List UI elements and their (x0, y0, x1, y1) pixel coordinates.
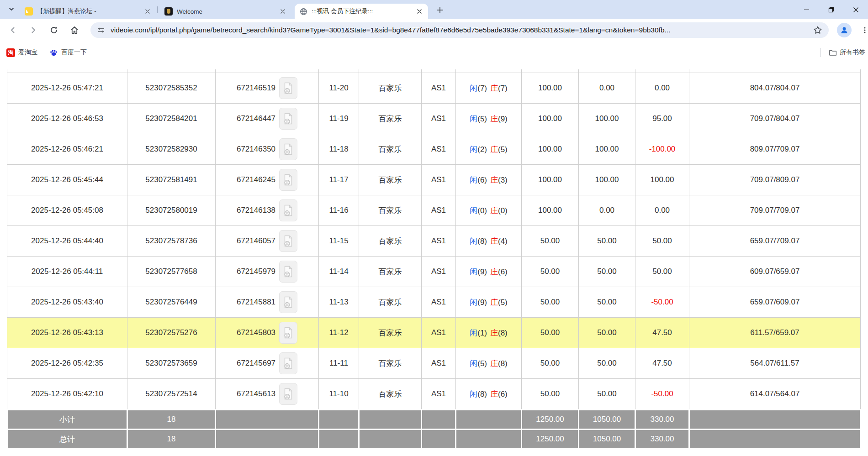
cell-bet-amount: 100.00 (522, 134, 579, 165)
bet-row[interactable]: 2025-12-26 05:44:40 523072578736 6721460… (7, 226, 861, 257)
player-label: 闲 (470, 145, 477, 154)
cell-game-type: 百家乐 (359, 73, 422, 104)
video-replay-icon[interactable] (279, 322, 297, 344)
close-icon[interactable] (415, 7, 423, 16)
new-tab-button[interactable] (434, 5, 446, 16)
reload-button[interactable] (46, 22, 62, 38)
bet-row[interactable]: 2025-12-26 05:46:53 523072584201 6721464… (7, 104, 861, 134)
bet-row[interactable]: 2025-12-26 05:46:21 523072582930 6721463… (7, 134, 861, 165)
bet-row[interactable]: 2025-12-26 05:45:08 523072580019 6721461… (7, 195, 861, 226)
cell-valid-amount: 100.00 (579, 165, 635, 195)
cell-bet-content: 闲(6)庄(3) (456, 165, 522, 195)
video-replay-icon[interactable] (279, 77, 297, 99)
tab-bet-record-active[interactable]: :::视讯 会员下注纪录::: (295, 4, 428, 19)
cell-table-code: AS1 (422, 379, 456, 410)
cell-balance: 659.07/709.07 (689, 226, 861, 257)
cell-win-loss: 100.00 (635, 165, 689, 195)
summary-winloss-total: 330.00 (635, 430, 689, 449)
cell-bet-content: 闲(0)庄(0) (456, 195, 522, 226)
tab-forum[interactable]: 【新提醒】海燕论坛 - (20, 4, 156, 19)
back-button[interactable] (5, 22, 21, 38)
close-icon[interactable] (279, 7, 287, 16)
banker-label: 庄 (490, 206, 498, 215)
video-replay-icon[interactable] (279, 138, 297, 160)
tab-title: Welcome (177, 8, 275, 15)
cell-game-type: 百家乐 (359, 226, 422, 257)
cell-bet-time: 2025-12-26 05:43:13 (7, 318, 127, 348)
bookmarks-right: 所有书签 (820, 45, 865, 60)
site-info-icon[interactable] (96, 25, 106, 35)
close-window-button[interactable] (843, 0, 868, 19)
clipped-header-row (7, 69, 861, 73)
taobao-icon: 淘 (6, 48, 15, 57)
cell-game-number: 672146447 (216, 104, 319, 134)
cell-game-number: 672145979 (216, 257, 319, 287)
bet-table-body: 2025-12-26 05:47:21 523072585352 6721465… (7, 69, 861, 449)
game-number-text: 672146138 (237, 206, 275, 215)
bet-row[interactable]: 2025-12-26 05:42:35 523072573659 6721456… (7, 348, 861, 379)
summary-count: 18 (127, 430, 216, 449)
bookmark-taobao[interactable]: 淘 爱淘宝 (6, 45, 37, 60)
cell-table-code: AS1 (422, 348, 456, 379)
cell-bet-time: 2025-12-26 05:46:21 (7, 134, 127, 165)
video-replay-icon[interactable] (279, 108, 297, 130)
banker-points: (6) (498, 390, 508, 398)
cell-balance: 611.57/659.07 (689, 318, 861, 348)
all-bookmarks-button[interactable]: 所有书签 (829, 48, 865, 57)
cell-bet-time: 2025-12-26 05:44:11 (7, 257, 127, 287)
address-bar[interactable]: videoie.com/ipl/portal.php/game/betrecor… (90, 22, 829, 38)
banker-label: 庄 (490, 359, 498, 368)
summary-bet-total: 1250.00 (522, 430, 579, 449)
bet-row[interactable]: 2025-12-26 05:47:21 523072585352 6721465… (7, 73, 861, 104)
bookmarks-bar: 淘 爱淘宝 百度一下 所有书签 (0, 41, 868, 64)
player-points: (8) (477, 390, 487, 398)
badge-icon (164, 7, 173, 16)
video-replay-icon[interactable] (279, 169, 297, 191)
video-replay-icon[interactable] (279, 261, 297, 283)
video-replay-icon[interactable] (279, 199, 297, 221)
bookmark-star-icon[interactable] (812, 25, 823, 36)
bet-row[interactable]: 2025-12-26 05:44:11 523072577658 6721459… (7, 257, 861, 287)
restore-button[interactable] (819, 0, 843, 19)
cell-table-code: AS1 (422, 104, 456, 134)
bet-row[interactable]: 2025-12-26 05:43:13 523072575276 6721458… (7, 318, 861, 348)
cell-order-number: 523072585352 (127, 73, 216, 104)
tab-welcome[interactable]: Welcome (160, 4, 291, 19)
cell-bet-amount: 100.00 (522, 73, 579, 104)
player-label: 闲 (470, 237, 477, 246)
forward-button[interactable] (26, 22, 41, 38)
tab-search-button[interactable] (5, 5, 17, 16)
bet-row[interactable]: 2025-12-26 05:42:10 523072572514 6721456… (7, 379, 861, 410)
video-replay-icon[interactable] (279, 291, 297, 313)
bet-row[interactable]: 2025-12-26 05:45:44 523072581491 6721462… (7, 165, 861, 195)
cell-bet-time: 2025-12-26 05:42:35 (7, 348, 127, 379)
cell-bet-content: 闲(9)庄(5) (456, 287, 522, 318)
game-number-text: 672146350 (237, 145, 275, 154)
minimize-button[interactable] (794, 0, 819, 19)
url-text[interactable]: videoie.com/ipl/portal.php/game/betrecor… (111, 26, 812, 34)
cell-order-number: 523072582930 (127, 134, 216, 165)
cell-bet-content: 闲(8)庄(6) (456, 379, 522, 410)
video-replay-icon[interactable] (279, 352, 297, 374)
cell-order-number: 523072577658 (127, 257, 216, 287)
player-points: (5) (477, 359, 487, 368)
cell-valid-amount: 50.00 (579, 379, 635, 410)
banker-label: 庄 (490, 115, 498, 123)
home-button[interactable] (67, 22, 82, 38)
profile-avatar[interactable] (837, 23, 852, 37)
cell-order-number: 523072580019 (127, 195, 216, 226)
bet-row[interactable]: 2025-12-26 05:43:40 523072576449 6721458… (7, 287, 861, 318)
cell-table-code: AS1 (422, 195, 456, 226)
video-replay-icon[interactable] (279, 230, 297, 252)
banker-label: 庄 (490, 176, 498, 184)
cell-table-code: AS1 (422, 287, 456, 318)
browser-menu-icon[interactable] (859, 22, 868, 38)
cell-win-loss: -50.00 (635, 287, 689, 318)
tab-title: 【新提醒】海燕论坛 - (37, 7, 140, 16)
close-icon[interactable] (143, 7, 152, 16)
cell-game-type: 百家乐 (359, 165, 422, 195)
window-controls (794, 0, 868, 19)
bookmark-baidu[interactable]: 百度一下 (49, 45, 87, 60)
banker-label: 庄 (490, 267, 498, 276)
video-replay-icon[interactable] (279, 383, 297, 405)
